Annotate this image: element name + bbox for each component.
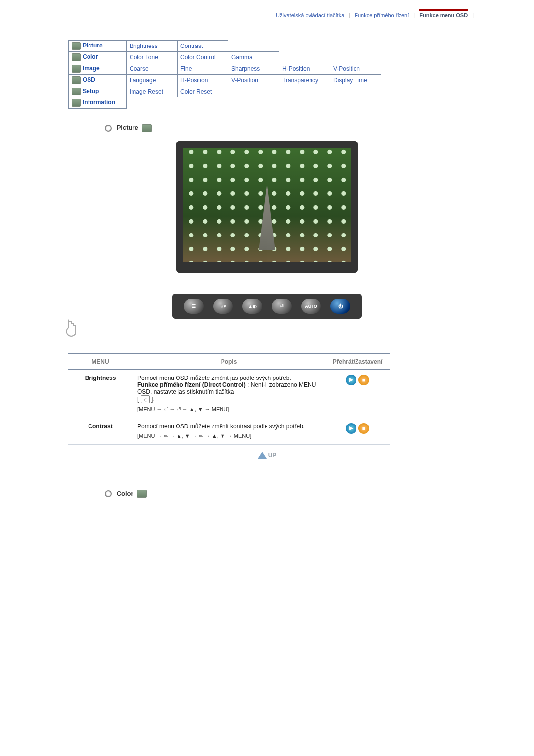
nav-link[interactable]: Contrast xyxy=(178,41,228,52)
hand-pointer-icon xyxy=(61,319,81,338)
nav-link[interactable]: Color Reset xyxy=(178,86,228,97)
power-button-icon: ⏻ xyxy=(330,299,350,314)
col-play: Přehrát/Zastavení xyxy=(325,354,390,370)
table-row: Brightness Pomocí menu OSD můžete změnit… xyxy=(68,369,390,418)
section-picture-heading: Picture xyxy=(105,124,475,132)
separator: | xyxy=(413,12,415,18)
nav-link[interactable]: Sharpness xyxy=(228,63,279,75)
nav-link[interactable]: V-Position xyxy=(330,63,381,75)
color-icon xyxy=(72,53,81,61)
nav-cat-picture[interactable]: Picture xyxy=(69,41,127,52)
row-contrast-label: Contrast xyxy=(68,418,133,444)
nav-link[interactable]: Color Control xyxy=(178,52,228,63)
description-table: MENU Popis Přehrát/Zastavení Brightness … xyxy=(68,353,390,445)
brightness-button-icon: ☼▾ xyxy=(213,299,233,314)
osd-icon xyxy=(72,76,81,84)
info-icon xyxy=(72,99,81,107)
tab-osd-menu[interactable]: Funkce menu OSD xyxy=(419,9,468,18)
up-arrow-icon xyxy=(258,452,267,459)
row-contrast-desc: Pomocí menu OSD můžete změnit kontrast p… xyxy=(133,418,325,444)
tab-direct-control[interactable]: Funkce přímého řízení xyxy=(355,12,409,18)
monitor-preview xyxy=(176,141,358,273)
image-icon xyxy=(72,65,81,73)
col-desc: Popis xyxy=(133,354,325,370)
menu-button-icon: ☰ xyxy=(184,299,204,314)
nav-link[interactable]: Image Reset xyxy=(127,86,178,97)
tab-user-controls[interactable]: Uživatelská ovládací tlačítka xyxy=(276,12,344,18)
nav-link[interactable]: Display Time xyxy=(330,75,381,86)
nav-link[interactable]: V-Position xyxy=(228,75,279,86)
nav-link[interactable]: Brightness xyxy=(127,41,178,52)
section-color-heading: Color xyxy=(105,490,475,498)
nav-cat-osd[interactable]: OSD xyxy=(69,75,127,86)
nav-grid: Picture Brightness Contrast Color Color … xyxy=(68,40,381,109)
nav-link[interactable]: Gamma xyxy=(228,52,279,63)
picture-icon xyxy=(142,124,152,132)
nav-link[interactable]: H-Position xyxy=(178,75,228,86)
play-button[interactable]: ▶ xyxy=(346,423,356,434)
table-row: Contrast Pomocí menu OSD můžete změnit k… xyxy=(68,418,390,444)
nav-link[interactable]: Fine xyxy=(178,63,228,75)
separator: | xyxy=(472,12,474,18)
menu-path: [MENU → ⏎ → ▲, ▼ → ⏎ → ▲, ▼ → MENU] xyxy=(137,433,320,439)
nav-link[interactable]: Coarse xyxy=(127,63,178,75)
row-brightness-label: Brightness xyxy=(68,369,133,418)
bullet-icon xyxy=(105,490,112,497)
stop-button[interactable]: ■ xyxy=(358,423,369,434)
top-tabs: Uživatelská ovládací tlačítka | Funkce p… xyxy=(198,10,475,20)
col-menu: MENU xyxy=(68,354,133,370)
brightness-glyph-icon: ☼ xyxy=(141,395,150,403)
picture-icon xyxy=(72,42,81,50)
menu-path: [MENU → ⏎ → ⏎ → ▲, ▼ → MENU] xyxy=(137,406,320,413)
bullet-icon xyxy=(105,125,112,132)
setup-icon xyxy=(72,88,81,95)
separator: | xyxy=(349,12,350,18)
nav-cat-setup[interactable]: Setup xyxy=(69,86,127,97)
nav-link[interactable]: Transparency xyxy=(279,75,330,86)
enter-button-icon: ⏎ xyxy=(272,299,292,314)
sample-image xyxy=(183,148,351,262)
color-icon xyxy=(137,490,147,498)
auto-button-icon: AUTO xyxy=(301,299,321,314)
nav-cat-image[interactable]: Image xyxy=(69,63,127,75)
nav-link[interactable]: Language xyxy=(127,75,178,86)
nav-cat-information[interactable]: Information xyxy=(69,97,127,109)
stop-button[interactable]: ■ xyxy=(358,375,369,385)
monitor-bezel-buttons: ☰ ☼▾ ▲◐ ⏎ AUTO ⏻ xyxy=(172,294,362,319)
back-to-top-button[interactable]: UP xyxy=(258,452,277,459)
nav-link[interactable]: Color Tone xyxy=(127,52,178,63)
play-button[interactable]: ▶ xyxy=(346,375,356,385)
contrast-button-icon: ▲◐ xyxy=(242,299,262,314)
nav-cat-color[interactable]: Color xyxy=(69,52,127,63)
nav-link[interactable]: H-Position xyxy=(279,63,330,75)
row-brightness-desc: Pomocí menu OSD můžete změnit jas podle … xyxy=(133,369,325,418)
